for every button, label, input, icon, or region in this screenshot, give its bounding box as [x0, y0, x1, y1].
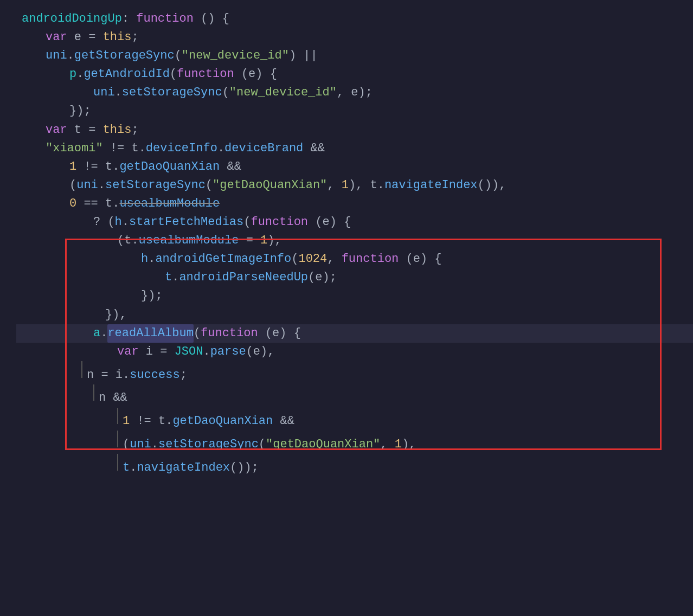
code-line-15: t.androidParseNeedUp(e); — [16, 268, 693, 287]
code-line-14: h.androidGetImageInfo(1024, function (e)… — [16, 250, 693, 268]
code-line-21: n && — [16, 384, 693, 408]
code-line-2: var e = this; — [16, 28, 693, 47]
code-line-24: t.navigateIndex()); — [16, 454, 693, 477]
code-line-1: androidDoingUp: function () { — [16, 10, 693, 28]
code-line-6: }); — [16, 102, 693, 120]
code-line-9: 1 != t.getDaoQuanXian && — [16, 158, 693, 176]
code-line-20: n = i.success; — [16, 361, 693, 384]
code-line-17: }), — [16, 306, 693, 324]
code-line-19: var i = JSON.parse(e), — [16, 343, 693, 361]
code-editor: androidDoingUp: function () { var e = th… — [0, 0, 693, 616]
code-line-10: (uni.setStorageSync("getDaoQuanXian", 1)… — [16, 176, 693, 195]
code-line-3: uni.getStorageSync("new_device_id") || — [16, 47, 693, 65]
code-line-12: ? (h.startFetchMedias(function (e) { — [16, 213, 693, 232]
code-line-23: (uni.setStorageSync("getDaoQuanXian", 1)… — [16, 431, 693, 454]
code-line-8: "xiaomi" != t.deviceInfo.deviceBrand && — [16, 139, 693, 158]
code-line-5: uni.setStorageSync("new_device_id", e); — [16, 84, 693, 102]
code-line-11: 0 == t.usealbumModule — [16, 195, 693, 213]
code-line-22: 1 != t.getDaoQuanXian && — [16, 408, 693, 431]
code-line-7: var t = this; — [16, 121, 693, 139]
code-line-13: (t.usealbumModule = 1), — [16, 232, 693, 250]
code-line-18: a.readAllAlbum(function (e) { — [16, 324, 693, 343]
code-token: androidDoingUp — [22, 10, 122, 28]
code-line-4: p.getAndroidId(function (e) { — [16, 65, 693, 84]
code-line-16: }); — [16, 287, 693, 305]
